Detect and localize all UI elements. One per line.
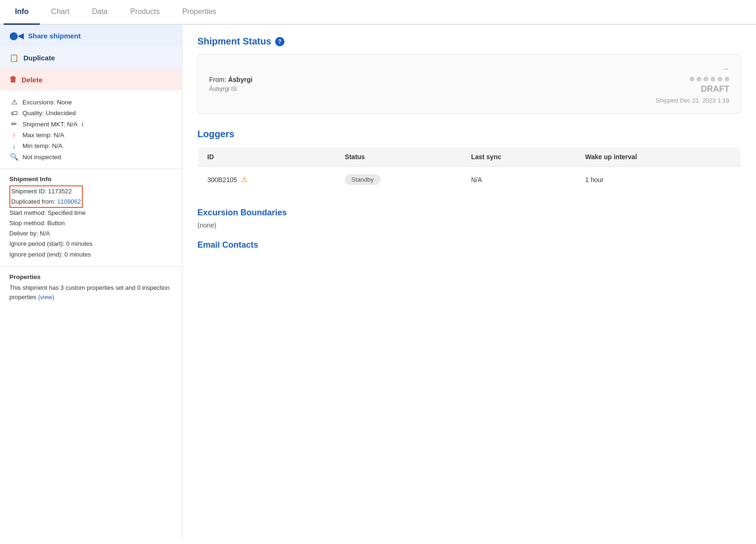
duplicated-from-label: Duplicated from: <box>11 198 57 205</box>
shipped-date: Shipped Dec 21, 2023 1:19 <box>655 97 729 104</box>
min-temp-row: ↓ Min temp: N/A <box>9 142 173 150</box>
delete-icon: 🗑 <box>9 75 17 84</box>
table-row: 300B2105 ⚠ Standby N/A 1 hour <box>198 167 741 193</box>
tab-data[interactable]: Data <box>80 0 119 25</box>
min-temp-icon: ↓ <box>9 142 19 150</box>
properties-heading: Properties <box>9 273 173 280</box>
dot-3 <box>704 77 708 81</box>
quality-row: 🏷 Quality: Undecided <box>9 109 173 117</box>
excursions-row: ⚠ Excursions: None <box>9 98 173 106</box>
mkt-info-icon[interactable]: ℹ <box>81 121 84 128</box>
shipment-id-box: Shipment ID: 1173522 Duplicated from: 11… <box>9 185 83 208</box>
shipment-status-title-row: Shipment Status ? <box>197 36 741 47</box>
col-id: ID <box>198 147 336 167</box>
loggers-table-header: ID Status Last sync Wake up interval <box>198 147 741 167</box>
main-layout: ⬤◀ Share shipment 📋 Duplicate 🗑 Delete ⚠… <box>0 25 756 541</box>
ignore-period-start-text: Ignore period (start): 0 minutes <box>9 240 93 247</box>
duplicate-icon: 📋 <box>9 53 19 62</box>
start-method-text: Start method: Specified time <box>9 209 86 216</box>
arrow-icon: → <box>721 64 729 74</box>
loggers-table: ID Status Last sync Wake up interval 300… <box>197 147 741 193</box>
logger-id-cell: 300B2105 ⚠ <box>198 167 336 193</box>
status-dots <box>690 77 729 81</box>
logger-last-sync-cell: N/A <box>462 167 576 193</box>
mkt-row: ✏ Shipment MKT: N/A ℹ <box>9 120 173 128</box>
logger-warning-icon: ⚠ <box>241 175 247 184</box>
sidebar-info-list: ⚠ Excursions: None 🏷 Quality: Undecided … <box>0 90 182 169</box>
status-from: From: Ásbyrgi Ásbyrgi IS <box>209 76 253 92</box>
status-right: → DRAFT Shipped Dec 21, 2023 1:19 <box>655 64 729 104</box>
share-icon: ⬤◀ <box>9 31 23 40</box>
inspection-icon: 🔍 <box>9 153 19 161</box>
logger-id-value: 300B2105 <box>207 176 237 184</box>
dot-5 <box>718 77 722 81</box>
loggers-section: Loggers ID Status Last sync Wake up inte… <box>197 129 741 193</box>
from-label-row: From: Ásbyrgi <box>209 76 253 83</box>
dot-1 <box>690 77 694 81</box>
loggers-title: Loggers <box>197 129 741 140</box>
dot-4 <box>711 77 715 81</box>
excursion-boundaries-title: Excursion Boundaries <box>197 208 741 218</box>
tab-bar: Info Chart Data Products Properties <box>0 0 756 25</box>
excursions-icon: ⚠ <box>9 98 19 106</box>
properties-section: Properties This shipment has 3 custom pr… <box>0 267 182 309</box>
properties-text: This shipment has 3 custom properties se… <box>9 284 170 301</box>
from-label: From: <box>209 76 226 83</box>
excursion-boundaries-section: Excursion Boundaries (none) <box>197 208 741 229</box>
tab-info[interactable]: Info <box>4 0 40 25</box>
stop-method-text: Stop method: Button <box>9 220 65 227</box>
tab-chart[interactable]: Chart <box>40 0 80 25</box>
quality-icon: 🏷 <box>9 109 19 117</box>
tab-properties[interactable]: Properties <box>171 0 227 25</box>
from-value: Ásbyrgi <box>228 76 252 83</box>
inspection-row: 🔍 Not inspected <box>9 153 173 161</box>
shipment-status-card: From: Ásbyrgi Ásbyrgi IS → DRAFT <box>197 54 741 114</box>
email-contacts-title: Email Contacts <box>197 240 741 250</box>
duplicate-button[interactable]: 📋 Duplicate <box>0 47 182 69</box>
col-last-sync: Last sync <box>462 147 576 167</box>
col-wake-up: Wake up interval <box>576 147 741 167</box>
logger-wake-up-cell: 1 hour <box>576 167 741 193</box>
max-temp-row: ↑ Max temp: N/A <box>9 131 173 139</box>
shipment-status-help-icon[interactable]: ? <box>275 37 284 46</box>
properties-view-link[interactable]: (view) <box>38 294 54 301</box>
logger-status-cell: Standby <box>335 167 462 193</box>
shipment-info-section: Shipment Info Shipment ID: 1173522 Dupli… <box>0 169 182 267</box>
standby-badge: Standby <box>345 174 380 185</box>
shipment-info-heading: Shipment Info <box>9 176 173 183</box>
dot-6 <box>725 77 729 81</box>
from-sub: Ásbyrgi IS <box>209 85 253 92</box>
col-status: Status <box>335 147 462 167</box>
share-shipment-button[interactable]: ⬤◀ Share shipment <box>0 25 182 47</box>
mkt-icon: ✏ <box>9 120 19 128</box>
tab-products[interactable]: Products <box>119 0 171 25</box>
shipment-status-title: Shipment Status <box>197 36 271 47</box>
arrow-line: → <box>721 64 729 74</box>
email-contacts-section: Email Contacts <box>197 240 741 250</box>
dot-2 <box>697 77 701 81</box>
duplicated-from-link[interactable]: 1109062 <box>57 198 81 205</box>
deliver-by-text: Deliver by: N/A <box>9 230 50 237</box>
delete-button[interactable]: 🗑 Delete <box>0 69 182 90</box>
max-temp-icon: ↑ <box>9 131 19 139</box>
shipment-id-text: Shipment ID: 1173522 <box>11 188 72 195</box>
ignore-period-end-text: Ignore period (end): 0 minutes <box>9 251 91 258</box>
main-content: Shipment Status ? From: Ásbyrgi Ásbyrgi … <box>182 25 756 541</box>
status-draft-label: DRAFT <box>701 84 729 94</box>
excursion-boundaries-value: (none) <box>197 221 741 229</box>
sidebar: ⬤◀ Share shipment 📋 Duplicate 🗑 Delete ⚠… <box>0 25 182 541</box>
